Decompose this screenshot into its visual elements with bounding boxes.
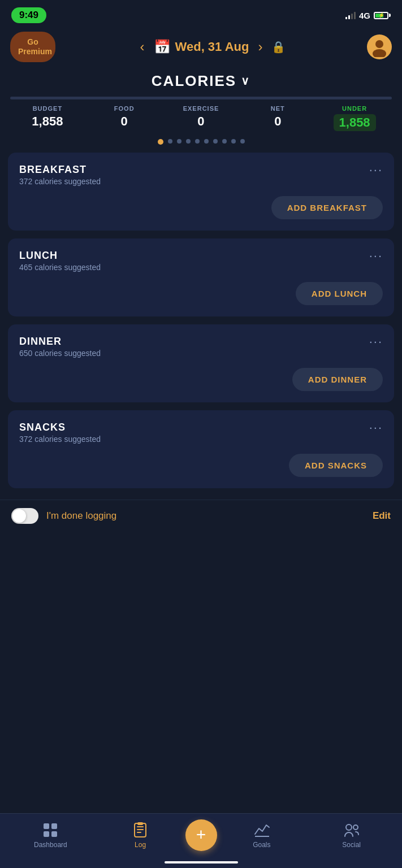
social-label: Social (342, 841, 361, 849)
dinner-card: DINNER 650 calories suggested ··· ADD DI… (8, 324, 394, 402)
breakfast-title: BREAKFAST (19, 164, 101, 176)
snacks-subtitle: 372 calories suggested (19, 435, 101, 444)
svg-point-9 (346, 824, 352, 830)
dot-5[interactable] (195, 139, 200, 144)
dot-9[interactable] (231, 139, 236, 144)
dashboard-label: Dashboard (34, 841, 67, 849)
svg-rect-5 (51, 831, 57, 837)
snacks-more-button[interactable]: ··· (369, 422, 383, 434)
nav-social[interactable]: Social (306, 822, 396, 849)
prev-date-button[interactable]: ‹ (137, 39, 148, 55)
breakfast-subtitle: 372 calories suggested (19, 177, 101, 186)
go-premium-button[interactable]: GoPremium (10, 32, 55, 62)
dashboard-icon (42, 822, 59, 839)
svg-rect-2 (44, 823, 49, 829)
under-label: UNDER (316, 105, 393, 112)
add-dinner-button[interactable]: ADD DINNER (292, 368, 383, 391)
svg-rect-3 (51, 823, 57, 829)
nav-goals[interactable]: Goals (217, 822, 307, 849)
battery-icon: ⚡ (374, 12, 391, 19)
dinner-subtitle: 650 calories suggested (19, 349, 101, 358)
calories-header: CALORIES ∨ (0, 68, 402, 93)
date-display: 📅 Wed, 31 Aug (154, 39, 249, 55)
svg-rect-4 (44, 831, 49, 837)
lunch-subtitle: 465 calories suggested (19, 263, 101, 272)
net-label: NET (239, 105, 316, 112)
budget-stat: BUDGET 1,858 (9, 105, 86, 129)
svg-rect-7 (137, 822, 143, 825)
under-value: 1,858 (334, 114, 376, 131)
dot-7[interactable] (213, 139, 218, 144)
bottom-nav: Dashboard Log + Goals Social (0, 813, 402, 868)
dot-10[interactable] (240, 139, 245, 144)
budget-label: BUDGET (9, 105, 86, 112)
lunch-title: LUNCH (19, 250, 101, 262)
network-label: 4G (359, 11, 370, 20)
add-breakfast-button[interactable]: ADD BREAKFAST (271, 196, 383, 219)
status-icons: 4G ⚡ (345, 11, 391, 20)
budget-value: 1,858 (9, 114, 86, 129)
header: GoPremium ‹ 📅 Wed, 31 Aug › 🔒 (0, 28, 402, 68)
food-stat: FOOD 0 (86, 105, 163, 129)
food-label: FOOD (86, 105, 163, 112)
add-icon: + (196, 826, 206, 843)
svg-point-1 (373, 49, 386, 57)
breakfast-card: BREAKFAST 372 calories suggested ··· ADD… (8, 153, 394, 231)
exercise-stat: EXERCISE 0 (163, 105, 240, 129)
nav-dashboard[interactable]: Dashboard (6, 822, 96, 849)
lunch-footer: ADD LUNCH (19, 282, 383, 305)
dinner-more-button[interactable]: ··· (369, 336, 383, 348)
toggle-knob (12, 509, 26, 523)
current-date: Wed, 31 Aug (175, 40, 249, 54)
status-bar: 9:49 4G ⚡ (0, 0, 402, 28)
dot-4[interactable] (186, 139, 191, 144)
calendar-icon: 📅 (154, 39, 171, 55)
breakfast-footer: ADD BREAKFAST (19, 196, 383, 219)
page-dots (0, 133, 402, 153)
chevron-down-icon: ∨ (241, 74, 250, 88)
snacks-header: SNACKS 372 calories suggested ··· (19, 422, 383, 444)
dinner-info: DINNER 650 calories suggested (19, 336, 101, 358)
lock-icon: 🔒 (271, 40, 286, 54)
net-value: 0 (239, 114, 316, 129)
lunch-card: LUNCH 465 calories suggested ··· ADD LUN… (8, 238, 394, 316)
net-stat: NET 0 (239, 105, 316, 129)
lunch-more-button[interactable]: ··· (369, 250, 383, 262)
svg-point-0 (375, 40, 383, 48)
done-logging-toggle[interactable] (11, 508, 38, 524)
exercise-value: 0 (163, 114, 240, 129)
done-logging-bar: I'm done logging Edit (0, 500, 402, 532)
dot-2[interactable] (168, 139, 172, 144)
avatar[interactable] (367, 34, 392, 59)
dot-3[interactable] (177, 139, 181, 144)
goals-icon (253, 822, 270, 839)
calories-label: CALORIES (152, 72, 236, 90)
signal-icon (345, 11, 356, 19)
exercise-label: EXERCISE (163, 105, 240, 112)
food-value: 0 (86, 114, 163, 129)
breakfast-header: BREAKFAST 372 calories suggested ··· (19, 164, 383, 186)
lunch-info: LUNCH 465 calories suggested (19, 250, 101, 272)
status-time: 9:49 (11, 7, 46, 23)
dinner-footer: ADD DINNER (19, 368, 383, 391)
snacks-title: SNACKS (19, 422, 101, 433)
log-label: Log (135, 841, 146, 849)
social-icon (343, 822, 360, 839)
lunch-header: LUNCH 465 calories suggested ··· (19, 250, 383, 272)
dot-8[interactable] (222, 139, 227, 144)
calories-title-button[interactable]: CALORIES ∨ (152, 72, 250, 90)
edit-button[interactable]: Edit (373, 510, 391, 522)
goals-label: Goals (253, 841, 270, 849)
breakfast-more-button[interactable]: ··· (369, 164, 383, 176)
under-stat: UNDER 1,858 (316, 105, 393, 131)
nav-log[interactable]: Log (96, 822, 185, 849)
add-button[interactable]: + (185, 819, 217, 851)
meals-container: BREAKFAST 372 calories suggested ··· ADD… (0, 153, 402, 488)
next-date-button[interactable]: › (254, 39, 266, 55)
stats-row: BUDGET 1,858 FOOD 0 EXERCISE 0 NET 0 UND… (0, 99, 402, 133)
add-lunch-button[interactable]: ADD LUNCH (296, 282, 383, 305)
add-snacks-button[interactable]: ADD SNACKS (289, 454, 383, 477)
dot-6[interactable] (204, 139, 209, 144)
home-indicator (165, 861, 238, 863)
dot-1[interactable] (158, 139, 163, 145)
